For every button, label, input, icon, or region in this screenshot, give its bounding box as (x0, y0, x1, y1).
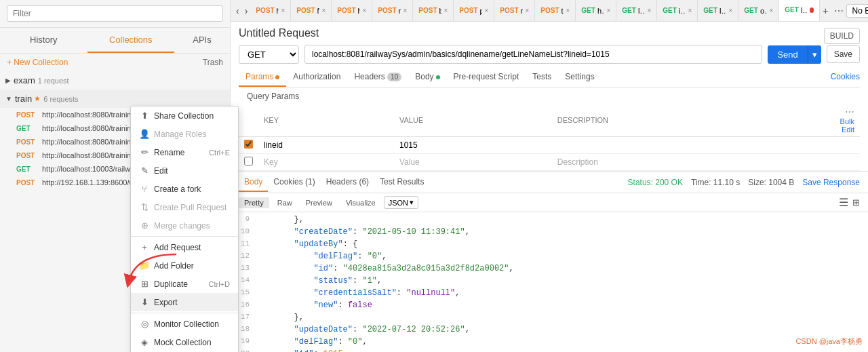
close-icon[interactable]: × (444, 7, 448, 14)
save-button[interactable]: Save (827, 45, 860, 63)
method-label: GET (744, 7, 758, 14)
context-menu-share[interactable]: ⬆Share Collection (131, 106, 231, 125)
params-tabs: Params Authorization Headers 10 Body Pre… (239, 68, 860, 87)
send-dropdown-button[interactable]: ▾ (808, 45, 821, 64)
json-label: JSON (389, 199, 408, 207)
response-tabs-bar: Body Cookies (1) Headers (6) Test Result… (231, 172, 868, 193)
tab-item[interactable]: GETh...× (576, 0, 616, 22)
add-tab-button[interactable]: + (820, 5, 831, 16)
tab-item[interactable]: GETi...× (657, 0, 698, 22)
code-line: 18 "updateDate": "2022-07-12 20:52:26", (231, 325, 868, 337)
tab-item[interactable]: POSTp...× (454, 0, 494, 22)
tab-url: l... (638, 7, 645, 15)
tab-forward-button[interactable]: › (242, 5, 251, 16)
tab-settings[interactable]: Settings (558, 68, 601, 87)
tab-url: h... (597, 7, 604, 15)
format-visualize-button[interactable]: Visualize (340, 197, 381, 208)
method-label: POST (296, 7, 315, 14)
close-icon[interactable]: × (770, 7, 774, 14)
tab-item[interactable]: POSTf...× (291, 0, 332, 22)
close-icon[interactable]: × (648, 7, 652, 14)
shortcut-label: Ctrl+E (209, 149, 230, 157)
copy-icon[interactable]: ⊞ (852, 197, 860, 208)
context-menu-duplicate[interactable]: ⊞Duplicate Ctrl+D (131, 275, 231, 293)
close-icon[interactable]: × (566, 7, 570, 14)
close-icon[interactable]: × (526, 7, 530, 14)
close-icon[interactable]: × (281, 7, 285, 14)
json-dropdown[interactable]: JSON ▾ (384, 196, 418, 209)
code-area: 9 }, 10 "createDate": "2021-05-10 11:39:… (231, 212, 868, 352)
method-label: POST (500, 7, 518, 14)
method-label: POST (459, 7, 477, 14)
format-icon[interactable]: ☰ (839, 196, 848, 209)
build-button[interactable]: BUILD (824, 28, 860, 44)
close-icon[interactable]: × (485, 7, 489, 14)
send-button[interactable]: Send (768, 45, 807, 64)
tab-item[interactable]: POSTb...× (413, 0, 454, 22)
context-menu-pull-request: ⇅Create Pull Request (131, 198, 231, 216)
tab-item[interactable]: POSTr...× (494, 0, 535, 22)
tab-authorization[interactable]: Authorization (286, 68, 347, 87)
tab-item[interactable]: POSTt...× (535, 0, 576, 22)
tab-url: h... (277, 7, 279, 15)
context-menu-rename[interactable]: ✏Rename Ctrl+E (131, 143, 231, 161)
close-icon[interactable]: × (403, 7, 408, 14)
tab-headers[interactable]: Headers 10 (347, 68, 408, 87)
method-label: POST (418, 7, 437, 14)
more-tabs-button[interactable]: ⋯ (831, 5, 846, 16)
tab-item[interactable]: GETl...× (698, 0, 738, 22)
format-raw-button[interactable]: Raw (272, 197, 298, 208)
context-menu-export[interactable]: ⬇Export (131, 293, 231, 311)
request-title: Untitled Request (239, 27, 319, 39)
bulk-edit-button[interactable]: Bulk Edit (840, 117, 854, 134)
request-area: Untitled Request BUILD GET POST PUT DELE… (231, 22, 868, 87)
context-menu-monitor[interactable]: ◎Monitor Collection (131, 315, 231, 333)
format-pretty-button[interactable]: Pretty (239, 197, 269, 208)
tab-url: t... (561, 7, 564, 15)
context-menu: ⬆Share Collection 👤Manage Roles ✏Rename … (130, 106, 231, 352)
context-menu-fork[interactable]: ⑂Create a fork (131, 180, 231, 198)
close-icon[interactable]: × (607, 7, 611, 14)
tab-item-active[interactable]: GETl... (779, 0, 820, 22)
tab-url: p... (480, 7, 482, 15)
tab-body[interactable]: Body (408, 68, 446, 87)
close-icon[interactable]: × (688, 7, 692, 14)
code-line: 16 "new": false (231, 300, 868, 313)
tab-params[interactable]: Params (239, 68, 286, 87)
response-tab-headers[interactable]: Headers (6) (321, 173, 374, 192)
tab-item[interactable]: POSTh...× (250, 0, 291, 22)
more-button[interactable]: ⋯ (845, 106, 854, 117)
url-input[interactable] (304, 45, 762, 64)
value-cell: 1015 (394, 137, 552, 154)
tab-pre-request[interactable]: Pre-request Script (447, 68, 526, 87)
method-label: POST (256, 7, 274, 14)
close-icon[interactable]: × (729, 7, 733, 14)
params-dot (275, 75, 279, 79)
tab-item[interactable]: GETo...× (738, 0, 779, 22)
row-checkbox[interactable] (244, 157, 253, 165)
tab-url: f... (317, 7, 319, 15)
tab-back-button[interactable]: ‹ (233, 5, 242, 16)
row-checkbox[interactable] (244, 140, 253, 149)
response-tab-body[interactable]: Body (239, 173, 268, 192)
tab-item[interactable]: POSTh...× (332, 0, 372, 22)
tab-item[interactable]: GETl...× (616, 0, 657, 22)
context-menu-mock[interactable]: ◈Mock Collection (131, 333, 231, 351)
environment-dropdown[interactable]: No Environment ▾ (846, 4, 868, 18)
tab-tests[interactable]: Tests (526, 68, 558, 87)
close-icon[interactable]: × (322, 7, 326, 14)
method-label: GET (703, 7, 717, 14)
response-tab-cookies[interactable]: Cookies (1) (268, 173, 320, 192)
unsaved-dot (810, 7, 814, 13)
save-response-button[interactable]: Save Response (802, 178, 860, 187)
close-icon[interactable]: × (363, 7, 367, 14)
method-select[interactable]: GET POST PUT DELETE (239, 45, 299, 64)
cookies-link[interactable]: Cookies (831, 68, 860, 87)
response-tab-test-results[interactable]: Test Results (374, 173, 429, 192)
format-preview-button[interactable]: Preview (300, 197, 338, 208)
context-menu-add-request[interactable]: +Add Request (131, 238, 231, 256)
context-menu-add-folder[interactable]: 📁Add Folder (131, 256, 231, 275)
context-menu-edit[interactable]: ✎Edit (131, 161, 231, 180)
tab-item[interactable]: POSTr...× (372, 0, 413, 22)
response-format-actions: ☰ ⊞ (839, 196, 860, 209)
